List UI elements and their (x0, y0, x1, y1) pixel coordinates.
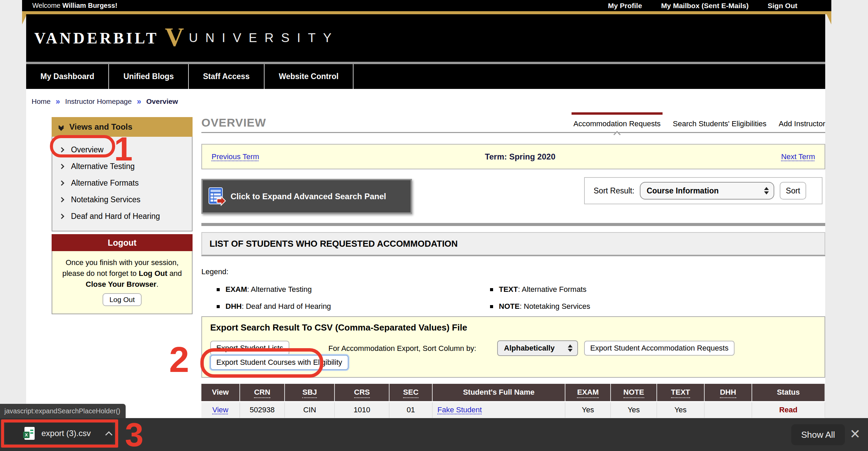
expand-advanced-search-button[interactable]: Click to Expand Advanced Search Panel (201, 179, 412, 214)
chevron-up-icon[interactable] (105, 431, 112, 438)
legend-item-dhh: DHH: Deaf and Hard of Hearing (217, 302, 490, 311)
col-student-name: Student's Full Name (432, 384, 565, 401)
nav-item-my-dashboard[interactable]: My Dashboard (26, 64, 109, 89)
row-dhh (704, 401, 752, 418)
breadcrumb-separator-icon: » (56, 97, 60, 106)
logo-wordmark-right: UNIVERSITY (189, 31, 339, 45)
chevron-right-icon (59, 164, 65, 169)
spreadsheet-red-arrow-icon (208, 187, 226, 206)
col-view: View (201, 384, 240, 401)
legend-bullet (490, 305, 493, 308)
sidebar-header-label: Views and Tools (69, 122, 132, 132)
up-down-arrows-icon (568, 344, 573, 352)
col-crn[interactable]: CRN (240, 384, 285, 401)
sidebar-item-alternative-formats[interactable]: Alternative Formats (52, 175, 192, 191)
my-mailbox-link[interactable]: My Mailbox (Sent E-Mails) (661, 2, 749, 10)
main-nav: My Dashboard Unified Blogs Staff Access … (26, 64, 825, 89)
row-sbj: CIN (285, 401, 334, 418)
up-down-arrows-icon (764, 187, 769, 194)
nav-item-unified-blogs[interactable]: Unified Blogs (109, 64, 188, 89)
tab-baseline (201, 132, 825, 133)
chevron-right-icon (59, 147, 65, 153)
sidebar: Views and Tools Overview Alternative Tes… (52, 117, 193, 231)
tab-add-instructor[interactable]: Add Instructor (779, 119, 825, 128)
export-csv-panel: Export Search Result To CSV (Comma-Separ… (201, 316, 825, 378)
excel-file-icon: X (24, 427, 35, 440)
export-sort-select[interactable]: Alphabetically (497, 340, 578, 356)
export-sort-label: For Accommodation Export, Sort Column by… (328, 344, 476, 353)
sidebar-item-notetaking-services[interactable]: Notetaking Services (52, 191, 192, 208)
section-divider (201, 223, 825, 226)
nav-item-website-control[interactable]: Website Control (265, 64, 354, 89)
row-view-link[interactable]: View (212, 406, 228, 414)
log-out-button[interactable]: Log Out (103, 293, 142, 306)
row-exam: Yes (565, 401, 611, 418)
export-student-lists-button[interactable]: Export Student Lists (210, 341, 289, 356)
chevron-right-icon (59, 214, 65, 219)
sidebar-item-deaf-and-hard-of-hearing[interactable]: Deaf and Hard of Hearing (52, 208, 192, 225)
col-text[interactable]: TEXT (657, 384, 704, 401)
breadcrumb: Home » Instructor Homepage » Overview (32, 96, 178, 107)
row-student-name-link[interactable]: Fake Student (437, 406, 482, 414)
sort-result-label: Sort Result: (594, 186, 634, 195)
chevron-right-icon (59, 197, 65, 203)
legend-item-text: TEXT: Alternative Formats (490, 285, 590, 294)
sort-result-selected-value: Course Information (647, 186, 760, 195)
welcome-text: Welcome William Burgess! (32, 2, 117, 10)
sort-result-panel: Sort Result: Course Information Sort (584, 177, 822, 204)
row-crs: 1010 (334, 401, 389, 418)
my-profile-link[interactable]: My Profile (608, 2, 642, 10)
nav-item-staff-access[interactable]: Staff Access (189, 64, 265, 89)
show-all-downloads-button[interactable]: Show All (791, 424, 845, 445)
sort-button[interactable]: Sort (780, 182, 806, 200)
sidebar-item-alternative-testing[interactable]: Alternative Testing (52, 158, 192, 175)
previous-term-link[interactable]: Previous Term (212, 152, 259, 161)
term-bar: Previous Term Term: Spring 2020 Next Ter… (201, 144, 825, 169)
logout-box-header: Logout (52, 234, 193, 251)
legend-bullet (217, 288, 220, 291)
status-bar-url-tooltip: javascript:expandSearchPlaceHolder() (0, 404, 126, 418)
export-student-courses-button[interactable]: Export Student Courses with Eligibility (210, 355, 348, 370)
row-sec: 01 (389, 401, 432, 418)
legend-item-note: NOTE: Notetaking Services (490, 302, 590, 311)
row-crn: 502938 (240, 401, 285, 418)
tab-accommodation-requests[interactable]: Accommodation Requests (574, 119, 661, 128)
downloaded-file-name: export (3).csv (41, 429, 91, 438)
close-download-shelf-icon[interactable]: ✕ (850, 427, 861, 441)
legend-bullet (490, 288, 493, 291)
sort-result-select[interactable]: Course Information (640, 182, 774, 200)
export-panel-title: Export Search Result To CSV (Comma-Separ… (210, 322, 467, 333)
export-accommodation-requests-button[interactable]: Export Student Accommodation Requests (584, 341, 735, 356)
col-dhh[interactable]: DHH (704, 384, 752, 401)
col-status: Status (752, 384, 825, 401)
page-title: OVERVIEW (201, 116, 266, 129)
tab-row: Accommodation Requests Search Students' … (574, 119, 825, 128)
gold-corner-right (827, 14, 831, 24)
gold-strip (22, 11, 831, 14)
row-note: Yes (611, 401, 657, 418)
col-sec[interactable]: SEC (389, 384, 432, 401)
sidebar-list: Overview Alternative Testing Alternative… (52, 137, 193, 231)
next-term-link[interactable]: Next Term (781, 152, 815, 161)
download-shelf (0, 418, 868, 451)
legend-bullet (217, 305, 220, 308)
downloaded-file-chip[interactable]: X export (3).csv (5, 423, 114, 444)
sidebar-item-label: Alternative Testing (71, 162, 135, 171)
col-exam[interactable]: EXAM (565, 384, 611, 401)
sidebar-item-label: Notetaking Services (71, 195, 141, 204)
current-term-label: Term: Spring 2020 (485, 152, 556, 162)
breadcrumb-home[interactable]: Home (32, 97, 51, 106)
sidebar-header-views-and-tools[interactable]: Views and Tools (52, 117, 193, 137)
topbar-links: My Profile My Mailbox (Sent E-Mails) Sig… (608, 2, 797, 10)
nav-top-strip (26, 62, 825, 64)
tab-search-students-eligibilities[interactable]: Search Students' Eligibilities (673, 119, 766, 128)
col-crs[interactable]: CRS (334, 384, 389, 401)
breadcrumb-current: Overview (146, 97, 178, 106)
col-note[interactable]: NOTE (611, 384, 657, 401)
col-sbj[interactable]: SBJ (285, 384, 334, 401)
students-table: View CRN SBJ CRS SEC Student's Full Name… (201, 384, 825, 418)
sign-out-link[interactable]: Sign Out (768, 2, 798, 10)
legend-item-exam: EXAM: Alternative Testing (217, 285, 490, 294)
breadcrumb-instructor-homepage[interactable]: Instructor Homepage (65, 97, 132, 106)
sidebar-item-overview[interactable]: Overview (52, 142, 192, 158)
